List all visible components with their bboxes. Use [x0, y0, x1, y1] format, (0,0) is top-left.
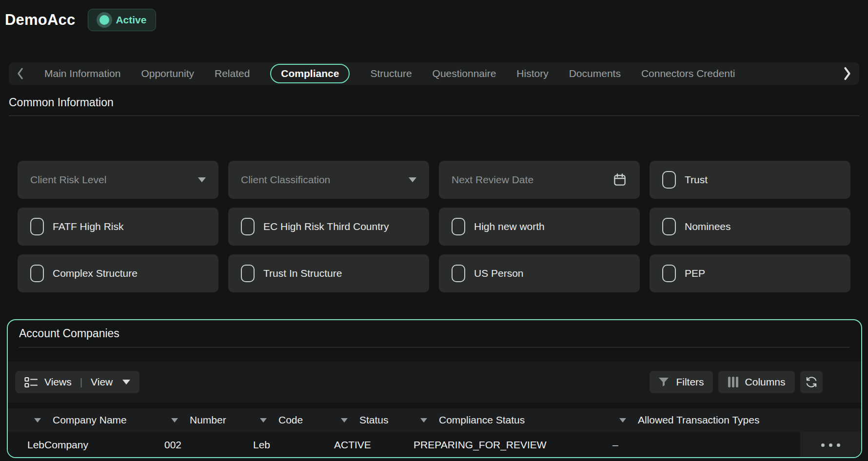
column-menu-icon[interactable] [260, 418, 267, 423]
views-dropdown-button[interactable]: Views | View [15, 371, 139, 393]
cell-status: ACTIVE [328, 439, 408, 451]
ellipsis-icon [821, 443, 825, 447]
ec-high-risk-third-country-field: EC High Risk Third Country [228, 208, 429, 246]
fatf-high-risk-label: FATF High Risk [53, 221, 123, 232]
column-header-compliance-status: Compliance Status [408, 414, 607, 426]
filters-label: Filters [676, 376, 704, 388]
next-review-date-field[interactable]: Next Review Date [439, 161, 640, 199]
status-badge: Active [88, 9, 156, 31]
column-header-status: Status [328, 414, 408, 426]
chevron-down-icon [198, 177, 206, 182]
account-companies-title: Account Companies [19, 327, 119, 340]
views-separator: | [79, 376, 84, 388]
column-label-code: Code [278, 414, 303, 426]
column-label-compliance-status: Compliance Status [439, 414, 525, 426]
account-title: DemoAcc [5, 11, 75, 29]
column-label-number: Number [190, 414, 226, 426]
cell-number: 002 [158, 439, 247, 451]
column-menu-icon[interactable] [341, 418, 348, 423]
next-review-date-placeholder: Next Review Date [452, 174, 612, 186]
columns-icon [728, 377, 738, 387]
complex-structure-field: Complex Structure [18, 254, 218, 292]
chevron-down-icon [122, 380, 130, 384]
us-person-field: US Person [439, 254, 640, 292]
nominees-label: Nominees [685, 221, 731, 232]
row-actions-button[interactable] [800, 432, 861, 458]
tab-structure[interactable]: Structure [370, 68, 412, 79]
tab-compliance[interactable]: Compliance [270, 64, 350, 83]
client-classification-placeholder: Client Classification [241, 174, 409, 186]
tabs-scroll-left-button[interactable] [17, 67, 24, 80]
common-information-fields: Client Risk Level Client Classification … [18, 161, 850, 292]
trust-checkbox-field: Trust [650, 161, 850, 199]
client-classification-select[interactable]: Client Classification [228, 161, 429, 199]
tabs-scroll-right-button[interactable] [838, 62, 859, 85]
column-header-company-name: Company Name [21, 414, 158, 426]
refresh-icon [805, 376, 818, 388]
views-label: Views [44, 376, 72, 388]
tab-related[interactable]: Related [215, 68, 250, 79]
column-menu-icon[interactable] [619, 418, 626, 423]
tab-bar: Main Information Opportunity Related Com… [9, 62, 859, 85]
refresh-button[interactable] [800, 371, 823, 393]
fatf-high-risk-checkbox[interactable] [30, 218, 44, 235]
tab-documents[interactable]: Documents [569, 68, 621, 79]
table-row[interactable]: LebCompany 002 Leb ACTIVE PREPARING_FOR_… [8, 432, 861, 458]
column-menu-icon[interactable] [420, 418, 427, 423]
column-header-number: Number [158, 414, 247, 426]
filter-icon [658, 377, 669, 387]
high-new-worth-field: High new worth [439, 208, 640, 246]
column-label-status: Status [359, 414, 389, 426]
us-person-checkbox[interactable] [452, 265, 465, 282]
common-information-title: Common Information [9, 96, 114, 109]
views-list-icon [24, 377, 38, 388]
pep-checkbox[interactable] [662, 265, 676, 282]
ec-high-risk-third-country-checkbox[interactable] [241, 218, 255, 235]
client-risk-level-select[interactable]: Client Risk Level [18, 161, 218, 199]
account-companies-divider [19, 347, 850, 347]
column-label-company-name: Company Name [53, 414, 127, 426]
toolbar-right-group: Filters Columns [650, 371, 823, 393]
ec-high-risk-third-country-label: EC High Risk Third Country [263, 221, 389, 232]
view-selected-label: View [91, 376, 113, 388]
ellipsis-icon [837, 443, 840, 447]
column-menu-icon[interactable] [34, 418, 41, 423]
high-new-worth-label: High new worth [474, 221, 545, 232]
status-dot-icon [99, 15, 109, 25]
tab-history[interactable]: History [516, 68, 548, 79]
fatf-high-risk-field: FATF High Risk [18, 208, 218, 246]
account-companies-toolbar: Views | View Filters Columns [8, 362, 861, 403]
pep-label: PEP [685, 268, 705, 279]
nominees-checkbox[interactable] [662, 218, 676, 235]
us-person-label: US Person [474, 268, 524, 279]
trust-checkbox[interactable] [662, 171, 676, 189]
column-header-code: Code [247, 414, 328, 426]
column-menu-icon[interactable] [171, 418, 178, 423]
companies-table-header: Company Name Number Code Status Complian… [8, 408, 861, 432]
tab-questionnaire[interactable]: Questionnaire [433, 68, 496, 79]
account-companies-section: Account Companies Views | View Filters [7, 319, 862, 458]
columns-button[interactable]: Columns [718, 371, 795, 393]
client-risk-level-placeholder: Client Risk Level [30, 174, 198, 186]
status-badge-label: Active [116, 14, 146, 26]
complex-structure-checkbox[interactable] [30, 265, 44, 282]
chevron-left-icon [17, 67, 24, 80]
trust-in-structure-field: Trust In Structure [228, 254, 429, 292]
trust-label: Trust [685, 174, 708, 186]
ellipsis-icon [829, 443, 832, 447]
common-information-divider [9, 115, 859, 116]
calendar-icon [612, 173, 627, 187]
tab-main-information[interactable]: Main Information [44, 68, 120, 79]
chevron-down-icon [409, 177, 416, 182]
chevron-right-icon [843, 67, 851, 80]
complex-structure-label: Complex Structure [53, 268, 138, 279]
tab-connectors-credentials[interactable]: Connectors Credenti [641, 68, 735, 79]
high-new-worth-checkbox[interactable] [452, 218, 465, 235]
cell-compliance-status: PREPARING_FOR_REVIEW [408, 439, 607, 451]
pep-field: PEP [650, 254, 850, 292]
tab-opportunity[interactable]: Opportunity [141, 68, 194, 79]
filters-button[interactable]: Filters [650, 371, 713, 393]
cell-company-name: LebCompany [21, 439, 158, 451]
trust-in-structure-checkbox[interactable] [241, 265, 255, 282]
column-header-allowed-transaction-types: Allowed Transaction Types [607, 414, 861, 426]
